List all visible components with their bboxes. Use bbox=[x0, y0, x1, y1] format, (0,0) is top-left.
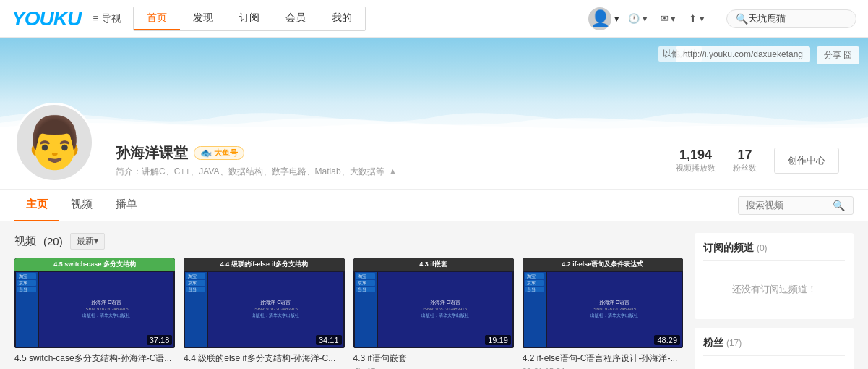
duration-badge-4: 48:29 bbox=[654, 335, 680, 345]
mail-icon-button[interactable]: ✉ ▾ bbox=[656, 10, 681, 27]
duration-badge-1: 37:18 bbox=[147, 335, 173, 345]
banner-url-bar: http://i.youku.com/daxueketang bbox=[676, 46, 810, 62]
videos-title: 视频 bbox=[14, 234, 36, 248]
search-icon: 🔍 bbox=[736, 13, 748, 25]
banner-share-button[interactable]: 分享 囧 bbox=[817, 46, 859, 64]
video-grid: 4.5 switch-case 多分支结构 淘宝 京东 当当 孙海洋 C语言 bbox=[14, 258, 683, 369]
video-thumb-4: 4.2 if-else语句及条件表达式 淘宝 京东 当当 孙海洋 C语言 bbox=[523, 258, 683, 348]
stat-fans-label: 粉丝数 bbox=[733, 163, 757, 174]
sub-nav-links: 主页 视频 播单 bbox=[14, 189, 149, 221]
stat-fans-number: 17 bbox=[733, 148, 757, 163]
channel-desc-text: 简介：讲解C、C++、JAVA、数据结构、数字电路、Matlab、大数据等 bbox=[116, 166, 384, 178]
create-center-button[interactable]: 创作中心 bbox=[774, 148, 839, 174]
channel-banner: 以他人共 http://i.youku.com/daxueketang 分享 囧 bbox=[0, 38, 868, 132]
dayu-badge-text: 大鱼号 bbox=[214, 148, 238, 158]
main-content: 视频 (20) 最新▾ 4.5 switch-case 多分支结构 淘宝 京东 bbox=[0, 221, 868, 369]
subscribed-count: (0) bbox=[757, 243, 768, 253]
sub-nav-video[interactable]: 视频 bbox=[59, 189, 104, 221]
video-title-2: 4.4 级联的else if多分支结构-孙海洋-C... bbox=[184, 352, 344, 365]
video-search-box: 🔍 bbox=[738, 196, 854, 215]
sub-navigation: 主页 视频 播单 🔍 bbox=[0, 190, 868, 221]
video-thumb-1: 4.5 switch-case 多分支结构 淘宝 京东 当当 孙海洋 C语言 bbox=[14, 258, 175, 348]
desc-expand-icon[interactable]: ▲ bbox=[389, 166, 398, 177]
profile-stats: 1,194 视频播放数 17 粉丝数 创作中心 bbox=[676, 148, 839, 174]
avatar-chevron: ▾ bbox=[614, 13, 619, 24]
logo-ku: KU bbox=[53, 7, 81, 30]
video-search-icon[interactable]: 🔍 bbox=[833, 200, 845, 211]
video-search-input[interactable] bbox=[746, 200, 833, 211]
channel-avatar: 👨 bbox=[14, 103, 94, 182]
fish-icon: 🐟 bbox=[200, 148, 212, 158]
video-title-3: 4.3 if语句嵌套 bbox=[353, 352, 514, 365]
nav-links: 首页 发现 订阅 会员 我的 bbox=[133, 7, 366, 31]
video-title-4: 4.2 if-else语句-C语言程序设计-孙海洋-... bbox=[523, 352, 683, 365]
video-card-3[interactable]: 4.3 if嵌套 淘宝 京东 当当 孙海洋 C语言 bbox=[353, 258, 514, 369]
video-title-1: 4.5 switch-case多分支结构-孙海洋-C语... bbox=[14, 352, 175, 365]
logo-you: YOU bbox=[12, 7, 53, 30]
top-navigation: YOUKU ≡ 导视 首页 发现 订阅 会员 我的 👤 ▾ 🕐 ▾ ✉ ▾ ⬆ … bbox=[0, 0, 868, 38]
banner-url-text: http://i.youku.com/daxueketang bbox=[683, 49, 803, 59]
duration-badge-2: 34:11 bbox=[316, 335, 342, 345]
video-thumb-3: 4.3 if嵌套 淘宝 京东 当当 孙海洋 C语言 bbox=[353, 258, 514, 348]
nav-icons: 👤 ▾ 🕐 ▾ ✉ ▾ ⬆ ▾ bbox=[588, 7, 709, 30]
content-left: 视频 (20) 最新▾ 4.5 switch-case 多分支结构 淘宝 京东 bbox=[14, 233, 683, 369]
profile-section-wrapper: 👨 孙海洋课堂 🐟 大鱼号 简介：讲解C、C++、JAVA、数据结构、数字电路、… bbox=[0, 132, 868, 190]
content-right: 订阅的频道 (0) 还没有订阅过频道！ 粉丝 (17) bbox=[695, 233, 854, 369]
search-box: 🔍 bbox=[726, 9, 856, 28]
fans-count: (17) bbox=[726, 338, 742, 348]
upload-icon-button[interactable]: ⬆ ▾ bbox=[684, 10, 709, 27]
profile-info: 孙海洋课堂 🐟 大鱼号 简介：讲解C、C++、JAVA、数据结构、数字电路、Ma… bbox=[116, 143, 676, 178]
subscribed-channels-title: 订阅的频道 (0) bbox=[703, 242, 845, 261]
duration-badge-3: 19:19 bbox=[485, 335, 511, 345]
video-info-1: 4.5 switch-case多分支结构-孙海洋-C语... bbox=[14, 352, 175, 365]
video-info-2: 4.4 级联的else if多分支结构-孙海洋-C... bbox=[184, 352, 344, 365]
nav-link-discover[interactable]: 发现 bbox=[180, 7, 226, 30]
fans-section: 粉丝 (17) bbox=[695, 328, 854, 369]
fans-title: 粉丝 (17) bbox=[703, 336, 845, 356]
sub-nav-right: 🔍 bbox=[738, 196, 854, 215]
profile-section: 👨 孙海洋课堂 🐟 大鱼号 简介：讲解C、C++、JAVA、数据结构、数字电路、… bbox=[0, 132, 868, 190]
search-input[interactable] bbox=[748, 13, 842, 24]
video-thumb-2: 4.4 级联的if-else if多分支结构 淘宝 京东 当当 孙海洋 C语言 bbox=[184, 258, 344, 348]
nav-link-home[interactable]: 首页 bbox=[134, 7, 180, 30]
sub-nav-home[interactable]: 主页 bbox=[14, 189, 59, 221]
sort-button[interactable]: 最新▾ bbox=[70, 233, 105, 250]
dayu-badge: 🐟 大鱼号 bbox=[194, 146, 244, 160]
stat-fans: 17 粉丝数 bbox=[733, 148, 757, 174]
subscribed-empty-text: 还没有订阅过频道！ bbox=[703, 268, 845, 310]
nav-link-member[interactable]: 会员 bbox=[272, 7, 319, 30]
videos-header: 视频 (20) 最新▾ bbox=[14, 233, 683, 250]
user-avatar-button[interactable]: 👤 ▾ bbox=[588, 7, 619, 30]
stat-plays-label: 视频播放数 bbox=[676, 163, 716, 174]
banner-waves bbox=[0, 96, 868, 132]
stat-plays-number: 1,194 bbox=[676, 148, 716, 163]
video-card-1[interactable]: 4.5 switch-case 多分支结构 淘宝 京东 当当 孙海洋 C语言 bbox=[14, 258, 175, 369]
channel-description: 简介：讲解C、C++、JAVA、数据结构、数字电路、Matlab、大数据等 ▲ bbox=[116, 166, 676, 178]
nav-link-mine[interactable]: 我的 bbox=[319, 7, 365, 30]
nav-link-subscribe[interactable]: 订阅 bbox=[226, 7, 272, 30]
youku-logo[interactable]: YOUKU bbox=[12, 7, 81, 30]
video-card-2[interactable]: 4.4 级联的if-else if多分支结构 淘宝 京东 当当 孙海洋 C语言 bbox=[184, 258, 344, 369]
video-card-4[interactable]: 4.2 if-else语句及条件表达式 淘宝 京东 当当 孙海洋 C语言 bbox=[523, 258, 683, 369]
avatar: 👤 bbox=[588, 7, 611, 30]
video-info-3: 4.3 if语句嵌套 ⏱ 15 bbox=[353, 352, 514, 369]
subscribed-channels-section: 订阅的频道 (0) 还没有订阅过频道！ bbox=[695, 233, 854, 319]
sub-nav-playlist[interactable]: 播单 bbox=[104, 189, 149, 221]
videos-count: (20) bbox=[43, 235, 63, 247]
channel-name-text: 孙海洋课堂 bbox=[116, 143, 188, 163]
video-info-4: 4.2 if-else语句-C语言程序设计-孙海洋-... 08-21 15:3… bbox=[523, 352, 683, 369]
nav-menu-icon[interactable]: ≡ 导视 bbox=[93, 12, 121, 25]
stat-plays: 1,194 视频播放数 bbox=[676, 148, 716, 174]
clock-icon-button[interactable]: 🕐 ▾ bbox=[624, 10, 652, 27]
channel-name: 孙海洋课堂 🐟 大鱼号 bbox=[116, 143, 676, 163]
